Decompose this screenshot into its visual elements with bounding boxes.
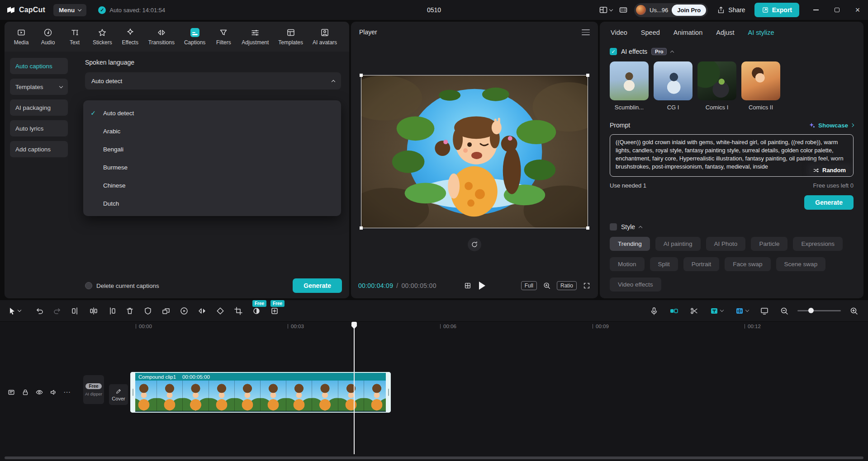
tag-video-effects[interactable]: Video effects	[610, 278, 661, 292]
playhead-handle[interactable]	[351, 322, 357, 329]
rotate-clip-button[interactable]	[213, 304, 227, 318]
overlap-button[interactable]	[159, 304, 173, 318]
chevron-up-icon[interactable]	[639, 226, 642, 229]
tab-animation[interactable]: Animation	[674, 29, 702, 36]
transform-handle[interactable]	[360, 226, 363, 230]
tab-speed[interactable]: Speed	[641, 29, 660, 36]
audio-track-toggle[interactable]	[732, 304, 751, 318]
tag-portrait[interactable]: Portrait	[683, 257, 720, 271]
effect-comics-1[interactable]: Comics I	[697, 61, 736, 111]
tab-video[interactable]: Video	[611, 29, 627, 36]
timeline-clip-compound[interactable]: Compound clip1 00:00:05:00	[130, 372, 391, 413]
frame-grid-icon[interactable]	[464, 282, 472, 290]
delete-captions-checkbox[interactable]: Delete current captions	[85, 282, 159, 289]
generate-captions-button[interactable]: Generate	[293, 278, 342, 293]
mirror-button[interactable]	[195, 304, 209, 318]
sidebar-item-auto-lyrics[interactable]: Auto lyrics	[10, 120, 68, 136]
link-clips-toggle[interactable]	[667, 304, 681, 318]
join-pro-button[interactable]: Join Pro	[672, 5, 706, 16]
tab-text[interactable]: Text	[62, 26, 87, 47]
undo-button[interactable]	[33, 304, 46, 318]
tag-ai-photo[interactable]: AI Photo	[706, 237, 746, 251]
ai-effects-checkbox[interactable]: ✓	[610, 48, 617, 55]
player-menu-icon[interactable]	[582, 28, 590, 37]
playhead[interactable]	[354, 322, 355, 454]
chevron-up-icon[interactable]	[670, 50, 674, 54]
speed-button[interactable]	[177, 304, 191, 318]
sidebar-item-templates[interactable]: Templates	[10, 79, 68, 95]
account-badge[interactable]: Us...96 Join Pro	[634, 3, 708, 17]
clip-trim-handle-left[interactable]	[130, 372, 135, 413]
maximize-button[interactable]	[826, 0, 847, 20]
tab-adjust[interactable]: Adjust	[716, 29, 734, 36]
delete-button[interactable]	[123, 304, 137, 318]
text-track-toggle[interactable]	[707, 304, 726, 318]
track-thumbnail-icon[interactable]	[7, 388, 15, 396]
tag-expressions[interactable]: Expressions	[793, 237, 843, 251]
video-preview[interactable]	[361, 75, 588, 228]
language-option-chinese[interactable]: Chinese	[83, 176, 341, 194]
tag-particle[interactable]: Particle	[751, 237, 787, 251]
speaker-icon[interactable]	[49, 388, 57, 396]
language-option-burmese[interactable]: Burmese	[83, 158, 341, 176]
tab-captions[interactable]: Captions	[180, 26, 209, 47]
tab-transitions[interactable]: Transitions	[145, 26, 178, 47]
eye-icon[interactable]	[35, 388, 43, 396]
auto-cut-button[interactable]	[687, 304, 701, 318]
transform-handle[interactable]	[586, 74, 589, 77]
style-checkbox[interactable]	[610, 223, 617, 230]
play-button[interactable]	[479, 282, 485, 290]
tab-ai-stylize[interactable]: AI stylize	[748, 29, 774, 36]
timeline-zoom-slider[interactable]	[797, 310, 841, 311]
language-option-auto-detect[interactable]: ✓ Auto detect	[83, 104, 341, 122]
crop-button[interactable]	[232, 304, 245, 318]
tab-stickers[interactable]: Stickers	[89, 26, 116, 47]
tag-motion[interactable]: Motion	[610, 257, 645, 271]
tag-scene-swap[interactable]: Scene swap	[776, 257, 826, 271]
zoom-in-button[interactable]	[847, 304, 861, 318]
tag-trending[interactable]: Trending	[610, 237, 650, 251]
more-options-icon[interactable]: ⋯	[63, 388, 71, 396]
redo-button[interactable]	[51, 304, 64, 318]
timeline-body[interactable]: 00:00 00:03 00:06 00:09 00:12 ⋯ Free AI …	[0, 322, 868, 461]
ratio-button[interactable]: Ratio	[557, 281, 577, 290]
language-option-arabic[interactable]: Arabic	[83, 122, 341, 140]
tab-templates[interactable]: Templates	[275, 26, 307, 47]
language-option-bengali[interactable]: Bengali	[83, 140, 341, 158]
effect-comics-2[interactable]: Comics II	[741, 61, 780, 111]
preview-quality-button[interactable]	[758, 304, 771, 318]
full-quality-button[interactable]: Full	[521, 281, 537, 290]
tab-effects[interactable]: Effects	[118, 26, 142, 47]
cover-button[interactable]: Cover	[109, 384, 128, 405]
generate-stylize-button[interactable]: Generate	[804, 195, 854, 210]
mask-button[interactable]	[141, 304, 155, 318]
tab-media[interactable]: Media	[9, 26, 33, 47]
showcase-link[interactable]: Showcase	[808, 122, 854, 129]
prompt-input[interactable]: ((Queen)) gold crown inlaid with gems, w…	[610, 134, 854, 177]
menu-button[interactable]: Menu	[53, 4, 86, 16]
rotate-control[interactable]	[468, 238, 481, 251]
export-button[interactable]: Export	[754, 3, 799, 17]
clip-trim-handle-right[interactable]	[386, 372, 391, 413]
close-button[interactable]: ×	[847, 0, 868, 20]
shortcuts-button[interactable]	[619, 5, 628, 14]
random-prompt-button[interactable]: Random	[809, 165, 849, 175]
split-left-button[interactable]	[69, 304, 82, 318]
effect-cg-1[interactable]: CG I	[654, 61, 693, 111]
lock-icon[interactable]	[21, 388, 29, 396]
tab-audio[interactable]: Audio	[36, 26, 60, 47]
share-button[interactable]: Share	[714, 5, 748, 14]
effect-scumbling[interactable]: Scumblin...	[610, 61, 649, 111]
split-right-button[interactable]	[105, 304, 119, 318]
layout-switch-button[interactable]	[599, 5, 612, 14]
minimize-button[interactable]	[806, 0, 826, 20]
sidebar-item-add-captions[interactable]: Add captions	[10, 141, 68, 157]
timeline-scrollbar[interactable]	[5, 456, 863, 459]
select-tool[interactable]	[7, 306, 21, 315]
tag-face-swap[interactable]: Face swap	[725, 257, 770, 271]
tag-split[interactable]: Split	[650, 257, 678, 271]
zoom-preview-icon[interactable]	[543, 282, 551, 290]
split-button[interactable]	[87, 304, 100, 318]
language-select[interactable]: Auto detect	[85, 72, 341, 89]
sidebar-item-ai-packaging[interactable]: AI packaging	[10, 99, 68, 116]
